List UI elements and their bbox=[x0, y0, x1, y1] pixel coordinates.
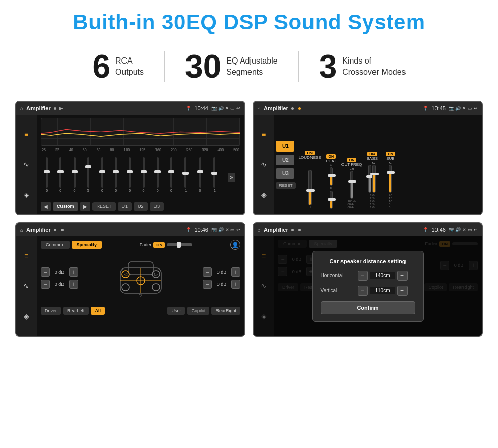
phat-on[interactable]: ON bbox=[326, 154, 336, 159]
profile-icon-fd[interactable]: 👤 bbox=[230, 240, 240, 250]
horizontal-increase-btn[interactable]: + bbox=[397, 271, 408, 281]
eq-slider-5: 0 bbox=[101, 157, 103, 198]
home-icon-fd[interactable]: ⌂ bbox=[20, 227, 23, 233]
vertical-decrease-btn[interactable]: − bbox=[358, 286, 368, 296]
fader-slider[interactable] bbox=[167, 243, 192, 246]
btn-all[interactable]: All bbox=[91, 307, 105, 315]
eq-u2-btn[interactable]: U2 bbox=[134, 202, 148, 211]
vol-plus-3[interactable]: + bbox=[231, 267, 240, 277]
btn-rear-right[interactable]: RearRight bbox=[211, 307, 240, 315]
status-dot-fd bbox=[54, 229, 56, 231]
status-dot-cr bbox=[291, 107, 294, 110]
stat-number-crossover: 3 bbox=[319, 50, 337, 83]
screen-distance: ⌂ Amplifier 📍 10:46 📷 🔊 ✕ ▭ ↩ ≡ ∿ ◈ bbox=[253, 222, 483, 337]
sidebar-fd-speaker[interactable]: ◈ bbox=[24, 312, 29, 320]
status-dot-fd2 bbox=[61, 229, 64, 231]
preset-u3[interactable]: U3 bbox=[276, 168, 294, 179]
home-icon-cr[interactable]: ⌂ bbox=[258, 106, 261, 111]
loudness-on[interactable]: ON bbox=[305, 151, 315, 155]
btn-rear-left[interactable]: RearLeft bbox=[63, 307, 89, 315]
stat-crossover: 3 Kinds ofCrossover Modes bbox=[299, 50, 426, 83]
eq-sliders-row: 0 0 0 5 bbox=[41, 155, 240, 200]
btn-copilot[interactable]: Copilot bbox=[187, 307, 209, 315]
dialog-stepper-horizontal: − 140cm + bbox=[358, 271, 408, 281]
vol-minus-4[interactable]: − bbox=[203, 280, 212, 289]
home-icon-ds[interactable]: ⌂ bbox=[258, 227, 261, 233]
vol-plus-4[interactable]: + bbox=[231, 280, 240, 289]
cutfreq-on[interactable]: ON bbox=[347, 158, 357, 162]
sidebar-cr-speaker[interactable]: ◈ bbox=[261, 191, 267, 199]
xover-phat: ON PHAT G F bbox=[323, 154, 339, 209]
vol-minus-2[interactable]: − bbox=[41, 280, 50, 289]
eq-slider-11: -1 bbox=[184, 157, 187, 198]
sidebar-speaker-icon[interactable]: ◈ bbox=[24, 191, 29, 199]
preset-u2[interactable]: U2 bbox=[276, 155, 294, 165]
location-icon-eq: 📍 bbox=[185, 106, 191, 111]
sidebar-eq: ≡ ∿ ◈ bbox=[16, 115, 37, 214]
sidebar-fd-eq[interactable]: ≡ bbox=[24, 252, 28, 260]
tab-common[interactable]: Common bbox=[41, 241, 70, 249]
play-icon-eq: ▶ bbox=[59, 106, 63, 111]
horizontal-decrease-btn[interactable]: − bbox=[358, 271, 368, 281]
btn-user[interactable]: User bbox=[167, 307, 185, 315]
topbar-title-cr: Amplifier bbox=[264, 105, 288, 111]
bass-on[interactable]: ON bbox=[367, 152, 377, 156]
eq-prev-btn[interactable]: ◀ bbox=[41, 202, 51, 211]
sidebar-eq-icon[interactable]: ≡ bbox=[24, 130, 28, 138]
eq-slider-7: 0 bbox=[129, 157, 131, 198]
dialog-row-horizontal: Horizontal − 140cm + bbox=[321, 271, 415, 281]
eq-custom-btn[interactable]: Custom bbox=[53, 202, 78, 211]
screen-crossover: ⌂ Amplifier 📍 10:45 📷 🔊 ✕ ▭ ↩ ≡ ∿ ◈ U1 bbox=[253, 101, 483, 215]
screen-distance-body: ≡ ∿ ◈ Common Specialty Fader ON bbox=[254, 236, 482, 336]
location-icon-fd: 📍 bbox=[185, 227, 191, 232]
svg-point-6 bbox=[122, 284, 129, 291]
confirm-button[interactable]: Confirm bbox=[321, 301, 415, 314]
cr-reset-btn[interactable]: RESET bbox=[276, 182, 296, 189]
sidebar-fd-wave[interactable]: ∿ bbox=[23, 282, 29, 290]
btn-driver[interactable]: Driver bbox=[41, 307, 61, 315]
home-icon[interactable]: ⌂ bbox=[20, 106, 23, 111]
status-dot-ds2 bbox=[298, 229, 301, 231]
tab-specialty[interactable]: Specialty bbox=[72, 241, 102, 249]
xover-loudness: ON LOUDNESS 0 bbox=[299, 151, 321, 209]
screens-grid: ⌂ Amplifier ▶ 📍 10:44 📷 🔊 ✕ ▭ ↩ ≡ ∿ ◈ bbox=[15, 101, 483, 337]
vol-plus-1[interactable]: + bbox=[69, 267, 78, 277]
eq-slider-13: -1 bbox=[213, 157, 216, 198]
sidebar-cr-wave[interactable]: ∿ bbox=[261, 160, 267, 168]
vol-row-1: − 0 dB + bbox=[41, 267, 78, 277]
vol-plus-2[interactable]: + bbox=[69, 280, 78, 289]
vertical-increase-btn[interactable]: + bbox=[397, 286, 408, 296]
fader-handle[interactable] bbox=[177, 242, 181, 248]
vol-minus-1[interactable]: − bbox=[41, 267, 50, 277]
status-dot-ds bbox=[291, 229, 294, 231]
screen-fader-topbar: ⌂ Amplifier 📍 10:46 📷 🔊 ✕ ▭ ↩ bbox=[16, 223, 244, 236]
stat-label-crossover: Kinds ofCrossover Modes bbox=[342, 55, 406, 78]
fader-tabs: Common Specialty bbox=[41, 241, 102, 249]
eq-u3-btn[interactable]: U3 bbox=[150, 202, 164, 211]
distance-dialog: Car speaker distance setting Horizontal … bbox=[312, 251, 424, 322]
eq-slider-2: 0 bbox=[59, 157, 61, 198]
preset-u1[interactable]: U1 bbox=[276, 141, 294, 152]
eq-next-btn[interactable]: ▶ bbox=[80, 202, 90, 211]
eq-freq-labels: 25 32 40 50 63 80 100 125 160 200 250 32… bbox=[41, 148, 240, 152]
status-dot-eq bbox=[54, 107, 56, 110]
eq-expand-btn[interactable]: » bbox=[228, 173, 235, 182]
fader-control-row: Fader ON bbox=[140, 242, 193, 248]
svg-text:◁: ◁ bbox=[124, 272, 128, 277]
bottom-buttons-fader: Driver RearLeft All User Copilot RearRig… bbox=[41, 307, 240, 315]
sub-on[interactable]: ON bbox=[386, 152, 395, 156]
fader-on-badge[interactable]: ON bbox=[153, 242, 165, 248]
screen-eq: ⌂ Amplifier ▶ 📍 10:44 📷 🔊 ✕ ▭ ↩ ≡ ∿ ◈ bbox=[15, 101, 245, 215]
topbar-icons-ds: 📷 🔊 ✕ ▭ ↩ bbox=[449, 227, 478, 232]
screen-fader: ⌂ Amplifier 📍 10:46 📷 🔊 ✕ ▭ ↩ ≡ ∿ ◈ bbox=[15, 222, 245, 337]
eq-slider-4: 5 bbox=[87, 157, 89, 198]
eq-u1-btn[interactable]: U1 bbox=[118, 202, 132, 211]
vol-val-4: 0 dB bbox=[214, 282, 229, 287]
eq-reset-btn[interactable]: RESET bbox=[92, 202, 116, 211]
sidebar-cr-icon[interactable]: ≡ bbox=[262, 130, 266, 138]
sidebar-wave-icon[interactable]: ∿ bbox=[23, 160, 29, 168]
vol-minus-3[interactable]: − bbox=[203, 267, 212, 277]
eq-slider-12: 0 bbox=[199, 157, 201, 198]
topbar-title-eq: Amplifier bbox=[26, 105, 51, 111]
main-title: Buith-in 30EQ DSP Sound System bbox=[15, 10, 483, 35]
